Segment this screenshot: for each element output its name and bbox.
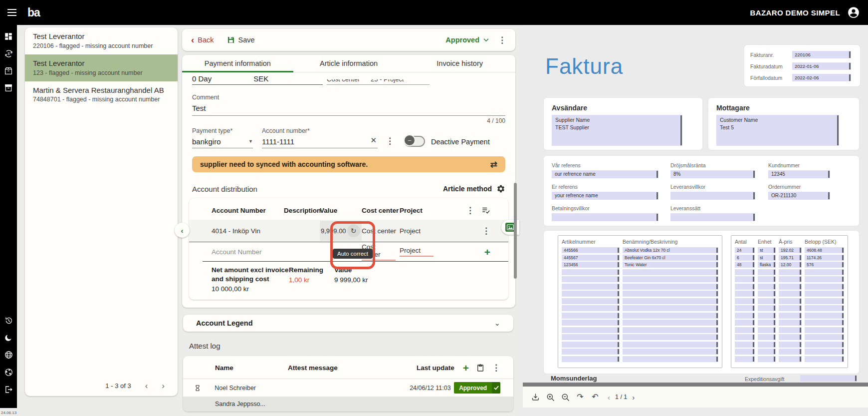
cost-center-cell[interactable]: Cost center (362, 227, 400, 235)
article-row-empty (562, 305, 718, 311)
list-pagination: 1 - 3 of 3 ‹ › (105, 382, 165, 390)
archive-icon[interactable] (4, 83, 13, 92)
value-text: 9,999.00 (321, 227, 346, 235)
invoice-subtitle: 74848701 - flagged - missing account num… (33, 96, 171, 103)
zoom-in-icon[interactable] (543, 390, 558, 405)
next-page-icon[interactable]: › (162, 382, 165, 390)
row-menu-icon[interactable]: ⋮ (482, 227, 490, 235)
distribution-header-row: Account Number Description Value Cost ce… (189, 198, 508, 220)
rotate-left-icon[interactable]: ↶ (588, 390, 603, 405)
prev-page-icon[interactable]: ‹ (145, 382, 148, 390)
auto-correct-icon[interactable]: ↻ (347, 224, 360, 237)
language-globe-icon[interactable] (4, 350, 13, 360)
save-button[interactable]: Save (227, 36, 255, 44)
payment-type-label: Payment type* (192, 127, 253, 134)
remaining-label: Remaining (289, 266, 325, 275)
sync-arrows-icon[interactable]: ⇄ (490, 159, 497, 170)
article-row: 48 flaska 12.00 576 (735, 262, 844, 268)
clear-icon[interactable]: ✕ (370, 136, 377, 145)
article-row-empty (735, 342, 844, 348)
amount-cell: 1174.26 (805, 255, 844, 261)
back-button[interactable]: ‹ Back (191, 36, 214, 44)
field-value: 2022-02-06 (792, 74, 851, 81)
clipped-project-text: 25 - Project (371, 79, 404, 83)
invoice-head-fields: Fakturanr. 220106 Fakturadatum 2022-01-0… (744, 45, 860, 86)
world-icon[interactable] (4, 368, 13, 377)
horizontal-scrollbar[interactable] (523, 383, 868, 387)
value-cell[interactable]: 9,999.00 ↻ (320, 221, 362, 241)
articles-right-body: 24 st 192.02 4608.48 6 st 195.71 1174.26… (735, 247, 844, 362)
comment-value[interactable]: Test (192, 104, 505, 116)
ref-label: Dröjsmålsränta (670, 162, 768, 168)
currency-sync-icon[interactable]: $ (4, 49, 13, 58)
project-cell[interactable]: Project (400, 227, 482, 235)
logout-icon[interactable] (4, 385, 13, 394)
attest-row: Sandra Jeppsso... (183, 397, 513, 412)
back-label: Back (198, 36, 214, 44)
app-version: 24.06.13 (1, 411, 16, 415)
receiver-card: Mottagare Customer Name Test 5 (708, 98, 859, 150)
col-name: Name (215, 364, 288, 372)
project-cell-required[interactable]: Project (400, 247, 484, 257)
ref-label: Betalningsvillkor (552, 205, 670, 211)
col-benamning: Benämning/Beskrivning (623, 239, 677, 245)
distribution-row[interactable]: 4014 - Inköp Vin 9,999.00 ↻ Cost center … (189, 220, 508, 242)
table-menu-icon[interactable]: ⋮ (466, 206, 474, 215)
article-row-empty (562, 349, 718, 355)
status-dropdown[interactable]: Approved (445, 36, 489, 44)
payment-menu-icon[interactable]: ⋮ (386, 137, 394, 145)
tab-invoice-history[interactable]: Invoice history (404, 55, 515, 72)
playlist-check-icon[interactable] (481, 206, 490, 215)
gear-icon[interactable] (496, 184, 505, 193)
vat-base-label: Momsunderlag (551, 375, 597, 382)
account-legend-accordion[interactable]: Account Legend ⌄ (183, 315, 513, 332)
payment-term-value[interactable]: 0 Day (192, 74, 212, 83)
download-icon[interactable] (528, 390, 543, 405)
currency-value[interactable]: SEK (253, 74, 268, 83)
comment-field[interactable]: Comment Test 4 / 100 (192, 94, 505, 124)
supplier-name: Martin & Servera Restauranghandel AB (33, 86, 171, 95)
dashboard-icon[interactable] (4, 32, 13, 41)
collapse-panel-button[interactable]: ‹ (175, 223, 190, 238)
article-row-empty (562, 334, 718, 340)
payment-type-select[interactable]: Payment type* bankgiro ▼ (192, 127, 253, 148)
clipboard-icon[interactable] (476, 364, 484, 372)
tab-article-information[interactable]: Article information (293, 55, 405, 72)
list-item[interactable]: Martin & Servera Restauranghandel AB 748… (25, 81, 178, 108)
add-attest-icon[interactable]: + (463, 363, 469, 373)
net-amount-value: 10 000,00 kr (212, 285, 289, 293)
list-item-selected[interactable]: Test Leverantor 123 - flagged - missing … (25, 54, 178, 81)
article-row-empty (562, 291, 718, 297)
desc-cell: Absolut Vodka 12x 70 cl (623, 247, 718, 253)
rotate-right-icon[interactable]: ↷ (573, 390, 588, 405)
account-placeholder[interactable]: Account Number (212, 248, 320, 256)
inventory-icon[interactable] (4, 66, 13, 75)
approved-status-badge[interactable]: Approved (454, 382, 500, 394)
prev-page-icon[interactable]: ‹ (608, 393, 610, 402)
status-label: Approved (445, 36, 479, 44)
article-row-empty (562, 298, 718, 304)
attest-menu-icon[interactable]: ⋮ (492, 364, 500, 372)
ref-label: Leveransvillkor (670, 184, 768, 190)
editor-scrollbar[interactable] (514, 183, 517, 279)
payment-info-card: Payment information Article information … (182, 55, 515, 308)
account-cell[interactable]: 4014 - Inköp Vin (212, 227, 320, 235)
ref-value: 8% (670, 170, 755, 178)
tab-payment-information[interactable]: Payment information (182, 55, 293, 72)
dark-mode-icon[interactable] (4, 333, 13, 342)
article-row-empty (562, 269, 718, 275)
deactivate-payment-toggle[interactable]: − (404, 136, 425, 147)
history-icon[interactable] (4, 316, 13, 325)
article-row-empty (735, 276, 844, 282)
add-row-icon[interactable]: + (484, 247, 490, 257)
price-cell: 12.00 (779, 262, 802, 268)
menu-icon[interactable] (4, 6, 19, 19)
toolbar-menu-icon[interactable]: ⋮ (498, 36, 506, 44)
article-method-button[interactable]: Article method (443, 184, 505, 193)
account-circle-icon[interactable] (847, 6, 860, 19)
list-item[interactable]: Test Leverantor 220106 - flagged - missi… (25, 27, 178, 54)
zoom-out-icon[interactable] (558, 390, 573, 405)
account-number-field[interactable]: Account number* 1111-1111 ✕ (262, 127, 378, 148)
attest-row: Noel Schreiber 24/06/12 11:03 Approved (183, 379, 513, 397)
next-page-icon[interactable]: › (632, 393, 635, 402)
